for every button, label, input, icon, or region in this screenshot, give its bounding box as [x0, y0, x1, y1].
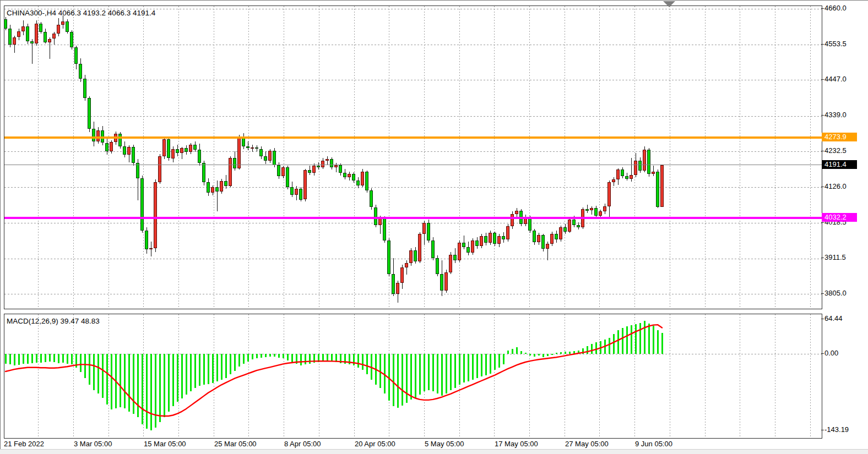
macd-histogram-bar — [393, 354, 394, 406]
bull-candle — [13, 37, 16, 45]
macd-histogram-bar — [565, 352, 566, 354]
macd-histogram-bar — [313, 354, 315, 363]
candle-wick — [653, 166, 654, 176]
bull-candle — [17, 31, 20, 37]
bear-candle — [83, 79, 86, 98]
macd-histogram-bar — [525, 353, 527, 354]
bear-candle — [339, 165, 342, 173]
time-axis-label: 9 Jun 05:00 — [635, 440, 672, 448]
macd-histogram-bar — [375, 354, 377, 385]
resistance-line[interactable] — [4, 136, 822, 139]
bear-candle — [176, 149, 179, 153]
macd-histogram-bar — [27, 354, 29, 364]
macd-histogram-bar — [318, 354, 319, 362]
macd-histogram-bar — [36, 354, 37, 363]
macd-histogram-bar — [287, 354, 289, 360]
time-axis-label: 8 Apr 05:00 — [284, 440, 321, 448]
price-axis-tick — [821, 258, 824, 258]
bear-candle — [30, 41, 34, 43]
chart-shift-triangle-icon[interactable] — [663, 1, 675, 7]
bear-candle — [105, 143, 109, 152]
bull-candle — [660, 165, 664, 207]
macd-histogram-bar — [542, 354, 544, 357]
bear-candle — [123, 146, 126, 155]
bear-candle — [286, 167, 289, 187]
vertical-gridline — [424, 6, 425, 309]
bear-candle — [198, 150, 201, 163]
macd-histogram-bar — [657, 330, 659, 354]
bull-candle — [127, 147, 131, 155]
bull-candle — [652, 172, 655, 174]
macd-histogram-bar — [609, 338, 610, 354]
macd-histogram-bar — [551, 354, 553, 355]
vertical-gridline — [284, 314, 284, 438]
macd-histogram-bar — [97, 354, 99, 393]
bear-candle — [365, 172, 368, 191]
macd-histogram-bar — [212, 354, 214, 383]
macd-histogram-bar — [159, 354, 161, 422]
bull-candle — [422, 223, 426, 234]
macd-histogram-bar — [133, 354, 134, 414]
bull-candle — [506, 226, 509, 239]
vertical-gridline — [178, 314, 179, 438]
mt4-chart-window: { "header": { "title": "CHINA300-,H4 406… — [0, 0, 868, 454]
macd-histogram-bar — [146, 354, 148, 429]
macd-histogram-bar — [622, 328, 623, 354]
macd-histogram-bar — [45, 354, 46, 362]
bid-line[interactable] — [4, 165, 822, 165]
price-axis-tick — [821, 151, 824, 151]
bear-candle — [317, 166, 320, 168]
bear-candle — [70, 32, 73, 47]
bull-candle — [546, 244, 549, 249]
macd-signal-line — [4, 314, 822, 438]
macd-histogram-bar — [190, 354, 192, 391]
bear-candle — [290, 187, 294, 195]
macd-histogram-bar — [644, 321, 645, 354]
bear-candle — [392, 274, 395, 294]
macd-histogram-bar — [331, 354, 333, 362]
bull-candle — [162, 139, 166, 156]
bull-candle — [348, 174, 351, 177]
macd-histogram-bar — [18, 354, 20, 365]
macd-indicator-panel[interactable] — [4, 314, 822, 439]
bull-candle — [237, 137, 241, 168]
bull-candle — [158, 156, 161, 182]
bear-candle — [431, 240, 435, 258]
vertical-gridline — [73, 314, 74, 438]
macd-histogram-bar — [14, 354, 15, 365]
vertical-gridline — [565, 6, 565, 309]
macd-histogram-bar — [490, 354, 491, 374]
vertical-gridline — [775, 314, 775, 438]
macd-axis-label: 64.44 — [824, 314, 843, 322]
bull-candle — [220, 181, 223, 192]
support-line[interactable] — [4, 217, 822, 219]
bear-candle — [427, 223, 430, 240]
bear-candle — [202, 163, 205, 182]
macd-histogram-bar — [415, 354, 416, 398]
macd-histogram-bar — [291, 354, 293, 363]
bear-candle — [352, 174, 355, 180]
macd-histogram-bar — [274, 354, 275, 357]
bear-candle — [26, 26, 29, 41]
bear-candle — [273, 151, 276, 165]
horizontal-gridline — [4, 80, 822, 80]
macd-histogram-bar — [432, 354, 434, 391]
resistance-line-label: 4273.9 — [822, 133, 857, 141]
bear-candle — [356, 180, 360, 185]
bull-candle — [590, 208, 593, 210]
macd-histogram-bar — [604, 340, 606, 354]
macd-histogram-bar — [468, 354, 469, 381]
vertical-gridline — [529, 6, 530, 309]
bear-candle — [118, 134, 122, 146]
bear-candle — [79, 64, 82, 79]
macd-histogram-bar — [578, 351, 579, 354]
vertical-gridline — [459, 6, 460, 309]
bear-candle — [343, 173, 346, 177]
macd-histogram-bar — [481, 354, 482, 376]
price-chart-panel[interactable] — [4, 6, 822, 309]
vertical-gridline — [38, 6, 39, 309]
bull-candle — [61, 21, 64, 25]
vertical-gridline — [248, 6, 249, 309]
macd-histogram-bar — [335, 354, 337, 362]
bear-candle — [625, 176, 628, 179]
